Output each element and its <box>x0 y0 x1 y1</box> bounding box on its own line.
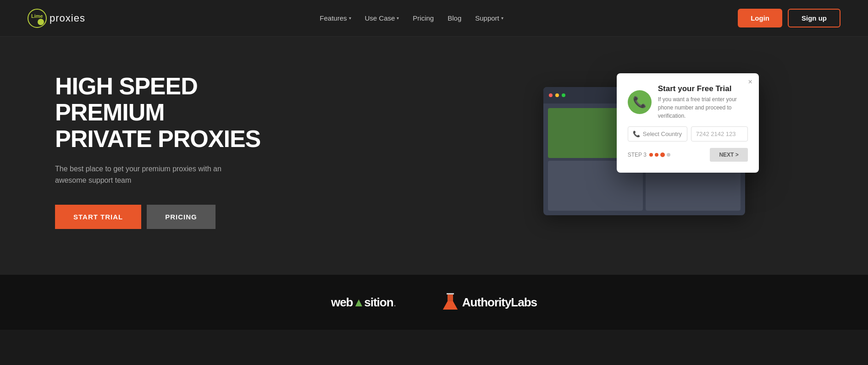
webposition-text: web▲sition. <box>331 295 396 310</box>
nav-blog[interactable]: Blog <box>448 14 461 22</box>
authoritylabs-text: AuthorityLabs <box>462 295 537 310</box>
hero-subtitle: The best place to get your premium proxi… <box>55 163 248 186</box>
dashboard-mockup: × 📞 Start your Free Trial If you want a … <box>543 87 745 215</box>
partners-bar: web▲sition. AuthorityLabs <box>0 275 868 330</box>
modal-close-button[interactable]: × <box>748 78 752 86</box>
svg-marker-1 <box>443 301 458 310</box>
logo[interactable]: Lime proxies <box>28 9 85 28</box>
modal-footer: STEP 3 NEXT > <box>628 148 748 162</box>
navbar: Lime proxies Features ▾ Use Case ▾ Prici… <box>0 0 868 37</box>
dot-yellow <box>555 93 559 97</box>
step-dots <box>649 153 670 157</box>
hero-content: HIGH SPEED PREMIUM PRIVATE PROXIES The b… <box>55 73 303 229</box>
modal-inputs: 📞 Select Country 7242 2142 123 <box>628 126 748 142</box>
features-arrow-icon: ▾ <box>349 16 351 21</box>
phone-input-icon: 📞 <box>633 131 640 137</box>
logo-lime-text: Lime <box>31 13 43 19</box>
logo-icon: Lime <box>28 9 47 28</box>
phone-number-input[interactable]: 7242 2142 123 <box>691 126 748 142</box>
hero-buttons: START TRIAL PRICING <box>55 205 303 229</box>
step-dot-4 <box>667 153 670 157</box>
country-select[interactable]: 📞 Select Country <box>628 126 687 142</box>
pricing-button[interactable]: PRICING <box>147 205 216 229</box>
nav-pricing[interactable]: Pricing <box>413 14 434 22</box>
webposition-icon: ▲ <box>353 295 365 309</box>
dot-green <box>562 93 565 97</box>
hero-title: HIGH SPEED PREMIUM PRIVATE PROXIES <box>55 73 303 152</box>
nav-support[interactable]: Support ▾ <box>475 14 503 22</box>
step-dot-2 <box>655 153 658 157</box>
nav-buttons: Login Sign up <box>738 9 840 27</box>
nav-use-case[interactable]: Use Case ▾ <box>365 14 399 22</box>
nav-features[interactable]: Features ▾ <box>320 14 351 22</box>
step-dot-3 <box>660 153 665 157</box>
phone-icon: 📞 <box>628 90 652 114</box>
next-button[interactable]: NEXT > <box>710 148 747 162</box>
modal-header: 📞 Start your Free Trial If you want a fr… <box>628 84 748 120</box>
svg-rect-2 <box>447 293 454 294</box>
modal-step: STEP 3 <box>628 152 670 158</box>
modal-description: If you want a free trial enter your phon… <box>658 95 748 120</box>
dot-red <box>549 93 553 97</box>
modal-header-text: Start your Free Trial If you want a free… <box>658 84 748 120</box>
hero-image-area: × 📞 Start your Free Trial If you want a … <box>448 87 841 215</box>
free-trial-modal: × 📞 Start your Free Trial If you want a … <box>617 73 759 173</box>
login-button[interactable]: Login <box>738 9 782 27</box>
step-dot-1 <box>649 153 653 157</box>
support-arrow-icon: ▾ <box>501 16 503 21</box>
nav-links: Features ▾ Use Case ▾ Pricing Blog Suppo… <box>320 14 503 22</box>
use-case-arrow-icon: ▾ <box>397 16 399 21</box>
flask-icon <box>442 293 459 311</box>
modal-title: Start your Free Trial <box>658 84 748 93</box>
hero-section: HIGH SPEED PREMIUM PRIVATE PROXIES The b… <box>0 37 868 275</box>
partner-authoritylabs: AuthorityLabs <box>442 293 537 311</box>
start-trial-button[interactable]: START TRIAL <box>55 205 141 229</box>
logo-proxies-text: proxies <box>50 12 85 24</box>
signup-button[interactable]: Sign up <box>788 9 840 27</box>
partner-webposition: web▲sition. <box>331 295 396 310</box>
